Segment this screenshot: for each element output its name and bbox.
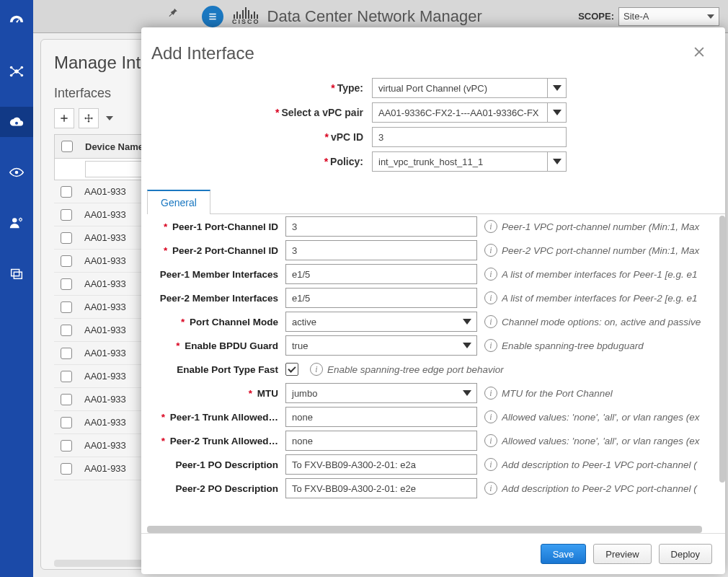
field-select[interactable]: true xyxy=(285,335,477,356)
nav-admin[interactable] xyxy=(0,208,33,238)
row-checkbox[interactable] xyxy=(61,301,72,313)
field-value: true xyxy=(292,340,308,351)
modal-h-scrollbar[interactable] xyxy=(147,526,702,533)
nav-dashboard[interactable] xyxy=(0,6,33,36)
nav-control[interactable] xyxy=(0,107,33,137)
info-icon[interactable]: i xyxy=(484,315,497,328)
info-icon[interactable]: i xyxy=(484,410,497,423)
scope-label: SCOPE: xyxy=(578,11,614,22)
hamburger-icon xyxy=(208,12,218,22)
form-field-row: * MTU jumbo i MTU for the Port Channel xyxy=(141,382,719,405)
close-button[interactable] xyxy=(692,43,706,63)
row-checkbox[interactable] xyxy=(61,348,72,359)
chevron-down-icon xyxy=(553,85,561,91)
gauge-icon xyxy=(9,13,25,29)
apps-icon xyxy=(9,265,25,281)
form-field-row: Peer-2 PO Description To FXV-BB09-A300-2… xyxy=(141,477,719,500)
type-label: Type: xyxy=(337,82,363,94)
pin-icon[interactable] xyxy=(166,6,179,21)
info-icon[interactable]: i xyxy=(484,339,497,352)
field-label: * Enable BPDU Guard xyxy=(141,340,285,351)
vpc-pair-select[interactable]: AA01-9336C-FX2-1---AA01-9336C-FX xyxy=(372,102,567,123)
vpc-id-input[interactable]: 3 xyxy=(372,127,567,147)
deploy-button[interactable]: Deploy xyxy=(659,544,712,564)
field-help: Peer-2 VPC port-channel number (Min:1, M… xyxy=(502,245,719,256)
info-icon[interactable]: i xyxy=(484,220,497,233)
info-icon[interactable]: i xyxy=(484,291,497,304)
field-help: A list of member interfaces for Peer-1 [… xyxy=(502,269,719,280)
nav-topology[interactable] xyxy=(0,56,33,87)
field-input[interactable]: none xyxy=(285,431,477,451)
chevron-down-icon xyxy=(463,390,471,396)
background-h-scrollbar[interactable] xyxy=(54,560,155,567)
more-button[interactable] xyxy=(103,108,116,128)
modal-v-scrollbar[interactable] xyxy=(719,216,725,483)
form-field-row: * Peer-1 Trunk Allowed… none i Allowed v… xyxy=(141,405,719,428)
menu-toggle[interactable] xyxy=(202,6,223,27)
row-checkbox[interactable] xyxy=(61,232,72,244)
field-label: * Port Channel Mode xyxy=(141,317,285,327)
row-checkbox[interactable] xyxy=(61,325,72,336)
field-input[interactable]: none xyxy=(285,407,477,427)
field-value: 3 xyxy=(292,245,297,256)
svg-point-5 xyxy=(15,122,18,125)
field-help: Enable spanning-tree bpduguard xyxy=(502,340,719,351)
field-value: jumbo xyxy=(292,388,317,399)
field-select[interactable]: active xyxy=(285,312,477,332)
info-icon[interactable]: i xyxy=(484,434,497,447)
info-icon[interactable]: i xyxy=(484,387,497,400)
nav-apps[interactable] xyxy=(0,258,33,288)
row-checkbox[interactable] xyxy=(61,186,72,198)
field-input[interactable]: To FXV-BB09-A300-2-01: e2a xyxy=(285,454,477,475)
cloud-gear-icon xyxy=(9,114,25,130)
info-icon[interactable]: i xyxy=(310,363,323,376)
row-checkbox[interactable] xyxy=(61,394,72,405)
field-value: 3 xyxy=(292,221,297,232)
field-input[interactable]: To FXV-BB09-A300-2-01: e2e xyxy=(285,478,477,498)
info-icon[interactable]: i xyxy=(484,482,497,495)
row-checkbox[interactable] xyxy=(61,278,72,290)
select-all-checkbox[interactable] xyxy=(61,141,73,152)
info-icon[interactable]: i xyxy=(484,244,497,257)
add-button[interactable] xyxy=(54,108,74,128)
field-label: Peer-2 PO Description xyxy=(141,483,285,494)
row-checkbox[interactable] xyxy=(61,417,72,428)
form-field-row: * Peer-2 Port-Channel ID 3 i Peer-2 VPC … xyxy=(141,239,719,262)
field-input[interactable]: e1/5 xyxy=(285,288,477,308)
field-input[interactable]: 3 xyxy=(285,216,477,237)
field-checkbox[interactable] xyxy=(285,363,298,376)
field-label: * Peer-2 Trunk Allowed… xyxy=(141,436,285,446)
move-button[interactable] xyxy=(79,108,99,128)
row-checkbox[interactable] xyxy=(61,255,72,267)
chevron-down-icon xyxy=(463,319,471,325)
tab-general[interactable]: General xyxy=(147,190,210,214)
field-input[interactable]: 3 xyxy=(285,240,477,260)
type-select[interactable]: virtual Port Channel (vPC) xyxy=(372,78,567,98)
save-button[interactable]: Save xyxy=(541,544,587,564)
form-field-row: * Peer-1 Port-Channel ID 3 i Peer-1 VPC … xyxy=(141,215,719,238)
chevron-down-icon xyxy=(463,343,471,348)
chevron-down-icon xyxy=(106,116,113,120)
scope-dropdown[interactable]: Site-A xyxy=(618,7,719,26)
info-icon[interactable]: i xyxy=(484,268,497,281)
policy-value: int_vpc_trunk_host_11_1 xyxy=(378,157,483,167)
pair-value: AA01-9336C-FX2-1---AA01-9336C-FX xyxy=(378,107,539,118)
field-help: A list of member interfaces for Peer-2 [… xyxy=(502,293,719,304)
policy-select[interactable]: int_vpc_trunk_host_11_1 xyxy=(372,151,567,172)
svg-rect-9 xyxy=(12,270,19,276)
row-checkbox[interactable] xyxy=(61,209,72,221)
row-checkbox[interactable] xyxy=(61,463,72,475)
row-checkbox[interactable] xyxy=(61,440,72,452)
field-label: * MTU xyxy=(141,388,285,399)
vpc-id-value: 3 xyxy=(378,132,383,143)
plus-icon xyxy=(59,113,69,123)
field-input[interactable]: e1/5 xyxy=(285,264,477,284)
field-select[interactable]: jumbo xyxy=(285,383,477,403)
form-field-row: * Peer-2 Trunk Allowed… none i Allowed v… xyxy=(141,429,719,452)
field-label: * Peer-1 Trunk Allowed… xyxy=(141,412,285,423)
info-icon[interactable]: i xyxy=(484,458,497,471)
form-field-row: Enable Port Type Fast i Enable spanning-… xyxy=(141,358,719,381)
row-checkbox[interactable] xyxy=(61,371,72,382)
nav-monitor[interactable] xyxy=(0,157,33,188)
preview-button[interactable]: Preview xyxy=(593,544,651,564)
